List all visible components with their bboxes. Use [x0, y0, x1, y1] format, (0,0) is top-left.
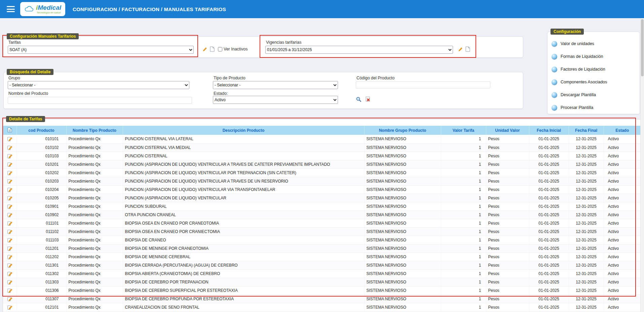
- search-icon[interactable]: [356, 96, 362, 102]
- edit-row-icon[interactable]: [7, 237, 12, 243]
- table-row[interactable]: 011201 Procedimiento Qx BIOPSIA DE MENIN…: [3, 244, 641, 252]
- sidebar-title: Configuración: [551, 29, 584, 35]
- cell-unidad-valor: Pesos: [486, 227, 529, 236]
- edit-row-icon[interactable]: [7, 279, 12, 285]
- edit-row-icon[interactable]: [7, 254, 12, 260]
- edit-vigencia-icon[interactable]: [457, 46, 462, 52]
- edit-row-icon[interactable]: [7, 187, 12, 192]
- edit-row-icon[interactable]: [7, 305, 12, 310]
- cell-descripcion: PUNCION (ASPIRACION DE LIQUIDO) VENTRICU…: [123, 168, 364, 177]
- cell-fecha-final: 12-31-2025: [569, 295, 604, 303]
- edit-row-icon[interactable]: [7, 263, 12, 268]
- tipo-producto-select[interactable]: - Seleccionar -: [213, 81, 338, 89]
- edit-row-icon[interactable]: [7, 170, 12, 176]
- cell-fecha-final: 12-31-2025: [569, 185, 604, 194]
- table-row[interactable]: 011307 Procedimiento Qx BIOPSIA DE CEREB…: [3, 295, 641, 303]
- sidebar-item[interactable]: Valor de unidades: [552, 37, 636, 50]
- edit-row-icon[interactable]: [7, 153, 12, 159]
- table-row[interactable]: 010102 Procedimiento Qx PUNCION CISTERNA…: [3, 143, 641, 152]
- edit-row-icon[interactable]: [7, 212, 12, 218]
- export-icon[interactable]: [7, 127, 12, 132]
- cell-fecha-final: 12-31-2025: [569, 168, 604, 177]
- col-estado: Estado: [604, 126, 641, 135]
- vigencias-select[interactable]: 01/01/2025 a 31/12/2025: [265, 46, 453, 54]
- cell-descripcion: BIOPSIA DE CEREBRO SUPERFICIAL POR ESTER…: [123, 286, 364, 295]
- edit-tarifa-icon[interactable]: [201, 46, 207, 52]
- cell-fecha-inicial: 01-01-2025: [529, 185, 569, 194]
- grupo-select[interactable]: - Seleccionar -: [8, 81, 189, 89]
- edit-row-icon[interactable]: [7, 271, 12, 276]
- table-row[interactable]: 010202 Procedimiento Qx PUNCION (ASPIRAC…: [3, 168, 641, 177]
- cell-valor-tarifa: 1: [441, 252, 486, 261]
- cell-grupo: SISTEMA NERVIOSO: [364, 261, 441, 269]
- cell-valor-tarifa: 1: [441, 194, 486, 202]
- table-row[interactable]: 010204 Procedimiento Qx PUNCION (ASPIRAC…: [3, 185, 641, 194]
- table-row[interactable]: 011301 Procedimiento Qx BIOPSIA CERRADA …: [3, 261, 641, 269]
- cell-fecha-final: 12-31-2025: [569, 202, 604, 210]
- edit-row-icon[interactable]: [7, 162, 12, 167]
- cell-descripcion: BIOPSIA DE CEREBRO PROFUNDA POR ESTEREOT…: [123, 295, 364, 303]
- sidebar-item[interactable]: Formas de Liquidación: [552, 50, 636, 63]
- table-row[interactable]: 010203 Procedimiento Qx PUNCION (ASPIRAC…: [3, 177, 641, 185]
- table-row[interactable]: 010205 Procedimiento Qx PUNCION (ASPIRAC…: [3, 194, 641, 202]
- codigo-producto-input[interactable]: [356, 81, 490, 88]
- new-tarifa-icon[interactable]: [210, 46, 215, 52]
- table-row[interactable]: 010902 Procedimiento Qx OTRA PUNCION CRA…: [3, 210, 641, 219]
- cell-unidad-valor: Pesos: [486, 269, 529, 278]
- cell-fecha-final: 12-31-2025: [569, 177, 604, 185]
- table-row[interactable]: 010901 Procedimiento Qx PUNCION SUBDURAL…: [3, 202, 641, 210]
- edit-row-icon[interactable]: [7, 179, 12, 184]
- cell-cod-producto: 011306: [16, 286, 66, 295]
- cell-estado: Activo: [604, 295, 641, 303]
- estado-select[interactable]: Activo: [213, 96, 338, 104]
- edit-row-icon[interactable]: [7, 288, 12, 293]
- tarifas-select[interactable]: SOAT (A): [8, 46, 194, 54]
- table-row[interactable]: 011306 Procedimiento Qx BIOPSIA DE CEREB…: [3, 286, 641, 295]
- cell-estado: Activo: [604, 252, 641, 261]
- col-valor-tarifa: Valor Tarifa: [441, 126, 486, 135]
- edit-row-icon[interactable]: [7, 221, 12, 226]
- cell-grupo: SISTEMA NERVIOSO: [364, 278, 441, 286]
- breadcrumb[interactable]: CONFIGURACION / FACTURACION / MANUALES T…: [73, 6, 226, 12]
- table-row[interactable]: 011303 Procedimiento Qx BIOPSIA DE CEREB…: [3, 278, 641, 286]
- edit-row-icon[interactable]: [7, 296, 12, 302]
- vertical-scrollbar[interactable]: [640, 18, 644, 312]
- table-row[interactable]: 010103 Procedimiento Qx PUNCION CISTERNA…: [3, 152, 641, 160]
- table-row[interactable]: 011101 Procedimiento Qx BIOPSIA OSEA EN …: [3, 219, 641, 227]
- cell-cod-producto: 011201: [16, 244, 66, 252]
- cell-fecha-final: 12-31-2025: [569, 210, 604, 219]
- table-row[interactable]: 011302 Procedimiento Qx BIOPSIA ABIERTA …: [3, 269, 641, 278]
- cell-tipo-producto: Procedimiento Qx: [66, 160, 123, 168]
- cell-tipo-producto: Procedimiento Qx: [66, 278, 123, 286]
- edit-row-icon[interactable]: [7, 145, 12, 150]
- table-row[interactable]: 011202 Procedimiento Qx BIOPSIA DE MENIN…: [3, 252, 641, 261]
- table-row[interactable]: 010201 Procedimiento Qx PUNCION (ASPIRAC…: [3, 160, 641, 168]
- table-row[interactable]: 011103 Procedimiento Qx BIOPSIA DE CRANE…: [3, 236, 641, 244]
- menu-icon[interactable]: [7, 6, 15, 12]
- nombre-producto-input[interactable]: [8, 97, 192, 104]
- scrollbar-thumb[interactable]: [641, 19, 644, 76]
- table-row[interactable]: 012101 Procedimiento Qx CRANEALIZACION D…: [3, 303, 641, 311]
- sidebar-item[interactable]: Procesar Plantilla: [552, 101, 636, 114]
- cell-fecha-final: 12-31-2025: [569, 219, 604, 227]
- edit-row-icon[interactable]: [7, 246, 12, 251]
- edit-row-icon[interactable]: [7, 195, 12, 201]
- cell-fecha-final: 12-31-2025: [569, 269, 604, 278]
- edit-row-icon[interactable]: [7, 204, 12, 209]
- edit-row-icon[interactable]: [7, 136, 12, 142]
- ver-inactivos-checkbox[interactable]: [218, 47, 222, 51]
- header-icon-cell: [3, 126, 16, 135]
- app-logo[interactable]: iMedical Tecnología en salud: [20, 2, 65, 16]
- cell-cod-producto: 011101: [16, 219, 66, 227]
- table-row[interactable]: 011102 Procedimiento Qx BIOPSIA OSEA EN …: [3, 227, 641, 236]
- cell-valor-tarifa: 1: [441, 269, 486, 278]
- table-row[interactable]: 010101 Procedimiento Qx PUNCION CISTERNA…: [3, 135, 641, 143]
- edit-row-icon[interactable]: [7, 229, 12, 234]
- new-vigencia-icon[interactable]: [465, 46, 470, 52]
- cell-estado: Activo: [604, 261, 641, 269]
- clear-search-icon[interactable]: [366, 96, 371, 102]
- sidebar-item[interactable]: Descargar Plantilla: [552, 88, 636, 101]
- sidebar-item[interactable]: Componentes Asociados: [552, 76, 636, 88]
- cell-grupo: SISTEMA NERVIOSO: [364, 227, 441, 236]
- sidebar-item[interactable]: Factores de Liquidación: [552, 63, 636, 76]
